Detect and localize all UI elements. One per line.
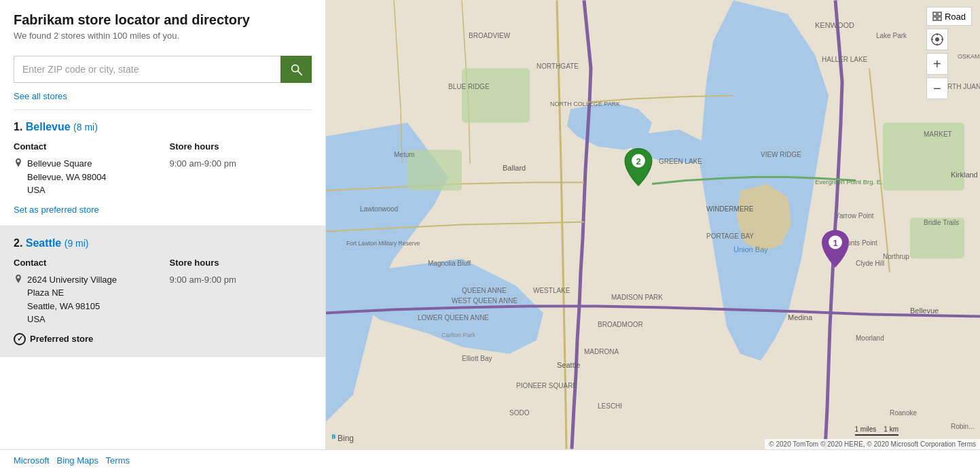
map-scale: 1 miles 1 km bbox=[855, 425, 899, 436]
search-icon bbox=[290, 63, 302, 75]
scale-miles: 1 miles bbox=[855, 425, 877, 433]
search-input[interactable] bbox=[14, 56, 280, 83]
svg-text:GREEN LAKE: GREEN LAKE bbox=[659, 158, 702, 165]
svg-text:Lawtonwood: Lawtonwood bbox=[360, 205, 398, 213]
svg-rect-4 bbox=[462, 69, 530, 123]
store-hours-2: 9:00 am-9:00 pm bbox=[170, 273, 312, 287]
svg-text:Clyde Hill: Clyde Hill bbox=[856, 260, 884, 267]
location-icon-1 bbox=[14, 158, 23, 168]
svg-text:WEST QUEEN ANNE: WEST QUEEN ANNE bbox=[452, 297, 518, 304]
map-controls: Road + − bbox=[926, 7, 972, 99]
svg-text:Carlton Park: Carlton Park bbox=[441, 332, 476, 338]
map-type-button[interactable]: Road bbox=[926, 7, 972, 26]
store-name-1: Bellevue bbox=[26, 121, 71, 133]
store-distance-2: (9 mi) bbox=[65, 238, 89, 249]
svg-text:NORTH COLLEGE PARK: NORTH COLLEGE PARK bbox=[550, 101, 620, 107]
map-container[interactable]: KENWOOD BROADVIEW Lake Park OSKAMS CORNE… bbox=[326, 0, 980, 449]
store-hours-1: 9:00 am-9:00 pm bbox=[170, 157, 312, 171]
svg-text:Bellevue: Bellevue bbox=[910, 307, 939, 315]
search-area bbox=[0, 48, 325, 88]
map-type-label: Road bbox=[945, 12, 966, 22]
store-number-2: 2. bbox=[14, 237, 26, 249]
preferred-badge: ✓ Preferred store bbox=[14, 333, 312, 345]
zoom-in-button[interactable]: + bbox=[926, 53, 948, 75]
contact-label-1: Contact bbox=[14, 141, 156, 152]
zoom-out-icon: − bbox=[933, 82, 941, 95]
store-address-2: 2624 University Village Plaza NE Seattle… bbox=[14, 273, 156, 326]
footer-link-bing-maps[interactable]: Bing Maps bbox=[57, 455, 98, 466]
svg-rect-3 bbox=[407, 150, 462, 191]
svg-text:QUEEN ANNE: QUEEN ANNE bbox=[462, 287, 507, 294]
svg-text:MADRONA: MADRONA bbox=[584, 348, 619, 355]
svg-text:Kirkland: Kirkland bbox=[951, 171, 978, 179]
zoom-out-button[interactable]: − bbox=[926, 77, 948, 99]
svg-text:WINDERMERE: WINDERMERE bbox=[706, 205, 754, 213]
scale-km: 1 km bbox=[884, 425, 899, 433]
svg-rect-58 bbox=[933, 17, 937, 20]
hours-label-1: Store hours bbox=[170, 141, 312, 152]
svg-text:Robin...: Robin... bbox=[951, 423, 974, 430]
svg-rect-59 bbox=[938, 17, 941, 20]
svg-text:MARKET: MARKET bbox=[924, 130, 952, 138]
footer-link-terms[interactable]: Terms bbox=[106, 455, 130, 466]
map-svg: KENWOOD BROADVIEW Lake Park OSKAMS CORNE… bbox=[326, 0, 980, 449]
svg-text:MADISON PARK: MADISON PARK bbox=[611, 294, 663, 301]
store-hours-col-2: Store hours 9:00 am-9:00 pm bbox=[170, 258, 312, 326]
svg-text:BLUE RIDGE: BLUE RIDGE bbox=[448, 83, 490, 90]
preferred-icon: ✓ bbox=[14, 333, 26, 345]
svg-line-1 bbox=[298, 71, 302, 75]
store-card-bellevue: 1. Bellevue (8 mi) Contact Bellevue Squa… bbox=[0, 110, 325, 226]
store-address-1: Bellevue Square Bellevue, WA 98004 USA bbox=[14, 157, 156, 197]
svg-text:Roanoke: Roanoke bbox=[890, 409, 917, 417]
address-text-1: Bellevue Square Bellevue, WA 98004 USA bbox=[27, 157, 107, 197]
svg-text:LOWER QUEEN ANNE: LOWER QUEEN ANNE bbox=[418, 314, 489, 321]
bing-logo: ᴮ Bing bbox=[331, 433, 354, 444]
bing-b-icon: ᴮ bbox=[331, 433, 335, 444]
see-all-link[interactable]: See all stores bbox=[0, 88, 325, 109]
svg-text:Medina: Medina bbox=[788, 313, 813, 321]
hours-label-2: Store hours bbox=[170, 258, 312, 268]
svg-text:Ballard: Ballard bbox=[503, 164, 526, 172]
set-preferred-link-1[interactable]: Set as preferred store bbox=[14, 205, 99, 215]
svg-text:VIEW RIDGE: VIEW RIDGE bbox=[761, 151, 801, 158]
svg-text:2: 2 bbox=[636, 156, 640, 167]
store-title-1: 1. Bellevue (8 mi) bbox=[14, 121, 312, 133]
svg-text:Bridle Trails: Bridle Trails bbox=[924, 219, 959, 226]
svg-text:Evergreen Point Brg. E.: Evergreen Point Brg. E. bbox=[815, 178, 883, 186]
map-type-icon bbox=[932, 12, 942, 21]
svg-text:1: 1 bbox=[833, 238, 837, 248]
svg-text:LESCHI: LESCHI bbox=[598, 402, 622, 410]
my-location-icon bbox=[930, 33, 944, 46]
svg-text:WESTLAKE: WESTLAKE bbox=[533, 287, 570, 294]
panel-header: Fabrikam store locator and directory We … bbox=[0, 0, 325, 48]
svg-text:HALLER LAKE: HALLER LAKE bbox=[822, 56, 868, 63]
result-subtitle: We found 2 stores within 100 miles of yo… bbox=[14, 31, 312, 41]
store-contact-col-1: Contact Bellevue Square Bellevue, WA 980… bbox=[14, 141, 156, 197]
page-title: Fabrikam store locator and directory bbox=[14, 12, 312, 28]
store-number-1: 1. bbox=[14, 121, 26, 133]
svg-text:BROADVIEW: BROADVIEW bbox=[469, 32, 511, 39]
svg-text:BROADMOOR: BROADMOOR bbox=[598, 321, 643, 328]
svg-text:Northrup: Northrup bbox=[883, 253, 909, 260]
search-button[interactable] bbox=[280, 56, 312, 83]
svg-rect-56 bbox=[933, 12, 937, 16]
svg-rect-57 bbox=[938, 12, 941, 16]
store-hours-col-1: Store hours 9:00 am-9:00 pm bbox=[170, 141, 312, 197]
contact-label-2: Contact bbox=[14, 258, 156, 268]
preferred-label: Preferred store bbox=[30, 334, 93, 344]
zoom-in-icon: + bbox=[933, 57, 941, 71]
svg-text:Magnolia Bluff: Magnolia Bluff bbox=[428, 260, 471, 267]
my-location-button[interactable] bbox=[926, 29, 948, 50]
store-details-1: Contact Bellevue Square Bellevue, WA 980… bbox=[14, 141, 312, 197]
footer: Microsoft Bing Maps Terms bbox=[0, 449, 980, 471]
svg-text:NORTHGATE: NORTHGATE bbox=[537, 63, 579, 70]
svg-text:SODO: SODO bbox=[509, 409, 530, 417]
store-action-1[interactable]: Set as preferred store bbox=[14, 204, 312, 215]
store-name-2: Seattle bbox=[26, 237, 61, 249]
svg-text:Elliott Bay: Elliott Bay bbox=[462, 355, 492, 362]
store-contact-col-2: Contact 2624 University Village Plaza NE… bbox=[14, 258, 156, 326]
svg-text:Moorland: Moorland bbox=[856, 334, 884, 342]
svg-text:Lake Park: Lake Park bbox=[876, 32, 907, 39]
footer-link-microsoft[interactable]: Microsoft bbox=[14, 455, 50, 466]
bing-label: Bing bbox=[338, 434, 354, 443]
